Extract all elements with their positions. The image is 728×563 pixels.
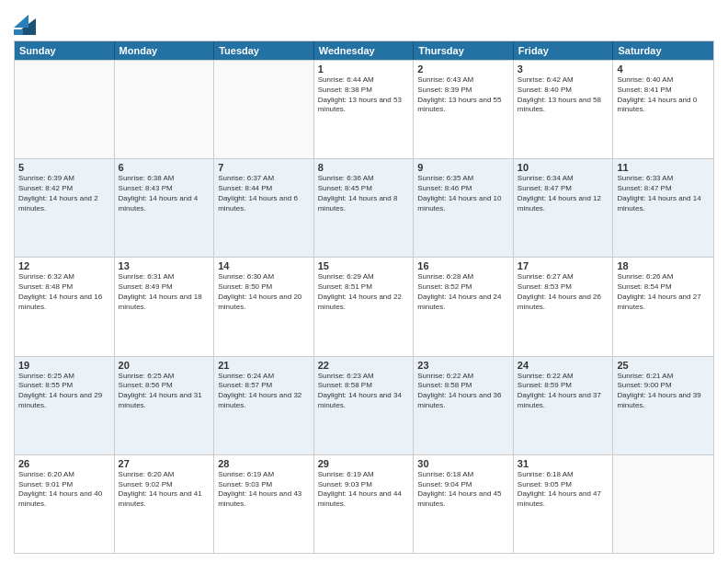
day-number: 10 bbox=[518, 162, 609, 173]
calendar-cell: 13Sunrise: 6:31 AMSunset: 8:49 PMDayligh… bbox=[115, 258, 215, 355]
day-number: 25 bbox=[617, 360, 710, 371]
calendar-cell: 1Sunrise: 6:44 AMSunset: 8:38 PMDaylight… bbox=[314, 61, 415, 158]
day-detail: Sunrise: 6:19 AMSunset: 9:03 PMDaylight:… bbox=[318, 470, 410, 510]
day-detail: Sunrise: 6:25 AMSunset: 8:55 PMDaylight:… bbox=[18, 372, 110, 411]
day-detail: Sunrise: 6:39 AMSunset: 8:42 PMDaylight:… bbox=[18, 174, 110, 213]
calendar-row: 26Sunrise: 6:20 AMSunset: 9:01 PMDayligh… bbox=[15, 454, 713, 553]
calendar-cell: 2Sunrise: 6:43 AMSunset: 8:39 PMDaylight… bbox=[414, 61, 514, 158]
calendar-cell: 7Sunrise: 6:37 AMSunset: 8:44 PMDaylight… bbox=[214, 159, 314, 257]
calendar-cell bbox=[15, 61, 115, 158]
calendar-row: 19Sunrise: 6:25 AMSunset: 8:55 PMDayligh… bbox=[15, 356, 713, 454]
day-detail: Sunrise: 6:18 AMSunset: 9:04 PMDaylight:… bbox=[417, 470, 509, 510]
calendar-cell: 11Sunrise: 6:33 AMSunset: 8:47 PMDayligh… bbox=[613, 159, 713, 257]
calendar-cell: 9Sunrise: 6:35 AMSunset: 8:46 PMDaylight… bbox=[414, 159, 514, 257]
calendar-cell: 10Sunrise: 6:34 AMSunset: 8:47 PMDayligh… bbox=[514, 159, 614, 257]
day-detail: Sunrise: 6:42 AMSunset: 8:40 PMDaylight:… bbox=[518, 75, 609, 115]
day-number: 14 bbox=[218, 260, 310, 271]
day-number: 17 bbox=[518, 260, 609, 271]
calendar-cell: 28Sunrise: 6:19 AMSunset: 9:03 PMDayligh… bbox=[214, 455, 314, 553]
calendar-cell: 21Sunrise: 6:24 AMSunset: 8:57 PMDayligh… bbox=[214, 357, 314, 454]
calendar-body: 1Sunrise: 6:44 AMSunset: 8:38 PMDaylight… bbox=[15, 60, 713, 553]
calendar-cell: 8Sunrise: 6:36 AMSunset: 8:45 PMDaylight… bbox=[314, 159, 415, 257]
calendar-cell: 30Sunrise: 6:18 AMSunset: 9:04 PMDayligh… bbox=[414, 455, 514, 553]
calendar-cell bbox=[115, 61, 215, 158]
day-detail: Sunrise: 6:27 AMSunset: 8:53 PMDaylight:… bbox=[518, 272, 609, 312]
calendar-cell: 25Sunrise: 6:21 AMSunset: 9:00 PMDayligh… bbox=[613, 357, 713, 454]
calendar-cell: 18Sunrise: 6:26 AMSunset: 8:54 PMDayligh… bbox=[613, 258, 713, 355]
day-detail: Sunrise: 6:22 AMSunset: 8:59 PMDaylight:… bbox=[518, 372, 609, 411]
calendar-cell bbox=[214, 61, 314, 158]
svg-rect-2 bbox=[14, 29, 23, 35]
logo bbox=[14, 9, 40, 35]
day-number: 4 bbox=[617, 63, 710, 75]
calendar-cell: 23Sunrise: 6:22 AMSunset: 8:58 PMDayligh… bbox=[414, 357, 514, 454]
day-detail: Sunrise: 6:43 AMSunset: 8:39 PMDaylight:… bbox=[417, 75, 509, 115]
svg-marker-1 bbox=[14, 15, 28, 28]
calendar-cell: 27Sunrise: 6:20 AMSunset: 9:02 PMDayligh… bbox=[115, 455, 215, 553]
day-number: 20 bbox=[119, 360, 210, 371]
day-number: 5 bbox=[18, 162, 110, 173]
day-number: 30 bbox=[417, 458, 509, 469]
calendar-row: 5Sunrise: 6:39 AMSunset: 8:42 PMDaylight… bbox=[15, 158, 713, 257]
calendar-cell: 19Sunrise: 6:25 AMSunset: 8:55 PMDayligh… bbox=[15, 357, 115, 454]
calendar-cell: 15Sunrise: 6:29 AMSunset: 8:51 PMDayligh… bbox=[314, 258, 415, 355]
day-detail: Sunrise: 6:24 AMSunset: 8:57 PMDaylight:… bbox=[218, 372, 310, 411]
day-detail: Sunrise: 6:38 AMSunset: 8:43 PMDaylight:… bbox=[119, 174, 210, 213]
calendar-header-cell: Monday bbox=[115, 41, 215, 60]
calendar-cell: 16Sunrise: 6:28 AMSunset: 8:52 PMDayligh… bbox=[414, 258, 514, 355]
day-number: 26 bbox=[18, 458, 110, 469]
calendar-cell: 4Sunrise: 6:40 AMSunset: 8:41 PMDaylight… bbox=[613, 61, 713, 158]
day-detail: Sunrise: 6:35 AMSunset: 8:46 PMDaylight:… bbox=[417, 174, 509, 213]
calendar-header-cell: Tuesday bbox=[214, 41, 314, 60]
day-number: 11 bbox=[617, 162, 710, 173]
calendar-header-cell: Saturday bbox=[613, 41, 713, 60]
calendar-cell: 26Sunrise: 6:20 AMSunset: 9:01 PMDayligh… bbox=[15, 455, 115, 553]
calendar-cell: 31Sunrise: 6:18 AMSunset: 9:05 PMDayligh… bbox=[514, 455, 614, 553]
day-number: 13 bbox=[119, 260, 210, 271]
day-detail: Sunrise: 6:26 AMSunset: 8:54 PMDaylight:… bbox=[617, 272, 710, 312]
day-number: 19 bbox=[18, 360, 110, 371]
page: SundayMondayTuesdayWednesdayThursdayFrid… bbox=[0, 0, 728, 563]
day-detail: Sunrise: 6:30 AMSunset: 8:50 PMDaylight:… bbox=[218, 272, 310, 312]
calendar-cell: 20Sunrise: 6:25 AMSunset: 8:56 PMDayligh… bbox=[115, 357, 215, 454]
day-number: 21 bbox=[218, 360, 310, 371]
day-detail: Sunrise: 6:40 AMSunset: 8:41 PMDaylight:… bbox=[617, 75, 710, 115]
day-number: 28 bbox=[218, 458, 310, 469]
day-number: 29 bbox=[318, 458, 410, 469]
day-detail: Sunrise: 6:37 AMSunset: 8:44 PMDaylight:… bbox=[218, 174, 310, 213]
calendar-header-cell: Thursday bbox=[414, 41, 514, 60]
day-number: 9 bbox=[417, 162, 509, 173]
day-number: 1 bbox=[318, 63, 410, 75]
day-number: 7 bbox=[218, 162, 310, 173]
day-number: 6 bbox=[119, 162, 210, 173]
calendar-row: 12Sunrise: 6:32 AMSunset: 8:48 PMDayligh… bbox=[15, 257, 713, 355]
day-detail: Sunrise: 6:29 AMSunset: 8:51 PMDaylight:… bbox=[318, 272, 410, 312]
calendar-cell: 12Sunrise: 6:32 AMSunset: 8:48 PMDayligh… bbox=[15, 258, 115, 355]
day-detail: Sunrise: 6:18 AMSunset: 9:05 PMDaylight:… bbox=[518, 470, 609, 510]
day-detail: Sunrise: 6:34 AMSunset: 8:47 PMDaylight:… bbox=[518, 174, 609, 213]
logo-icon bbox=[14, 9, 36, 35]
day-detail: Sunrise: 6:33 AMSunset: 8:47 PMDaylight:… bbox=[617, 174, 710, 213]
calendar-row: 1Sunrise: 6:44 AMSunset: 8:38 PMDaylight… bbox=[15, 60, 713, 158]
calendar-header-cell: Wednesday bbox=[314, 41, 415, 60]
calendar-cell: 17Sunrise: 6:27 AMSunset: 8:53 PMDayligh… bbox=[514, 258, 614, 355]
calendar-cell: 5Sunrise: 6:39 AMSunset: 8:42 PMDaylight… bbox=[15, 159, 115, 257]
calendar-cell: 29Sunrise: 6:19 AMSunset: 9:03 PMDayligh… bbox=[314, 455, 415, 553]
day-detail: Sunrise: 6:19 AMSunset: 9:03 PMDaylight:… bbox=[218, 470, 310, 510]
day-detail: Sunrise: 6:21 AMSunset: 9:00 PMDaylight:… bbox=[617, 372, 710, 411]
calendar-cell: 22Sunrise: 6:23 AMSunset: 8:58 PMDayligh… bbox=[314, 357, 415, 454]
day-number: 22 bbox=[318, 360, 410, 371]
day-detail: Sunrise: 6:23 AMSunset: 8:58 PMDaylight:… bbox=[318, 372, 410, 411]
day-number: 12 bbox=[18, 260, 110, 271]
day-detail: Sunrise: 6:31 AMSunset: 8:49 PMDaylight:… bbox=[119, 272, 210, 312]
day-number: 24 bbox=[518, 360, 609, 371]
calendar-header-cell: Friday bbox=[514, 41, 614, 60]
calendar-header-cell: Sunday bbox=[15, 41, 115, 60]
calendar-cell: 3Sunrise: 6:42 AMSunset: 8:40 PMDaylight… bbox=[514, 61, 614, 158]
day-detail: Sunrise: 6:36 AMSunset: 8:45 PMDaylight:… bbox=[318, 174, 410, 213]
day-detail: Sunrise: 6:25 AMSunset: 8:56 PMDaylight:… bbox=[119, 372, 210, 411]
day-number: 18 bbox=[617, 260, 710, 271]
day-number: 15 bbox=[318, 260, 410, 271]
day-detail: Sunrise: 6:28 AMSunset: 8:52 PMDaylight:… bbox=[417, 272, 509, 312]
calendar-cell bbox=[613, 455, 713, 553]
